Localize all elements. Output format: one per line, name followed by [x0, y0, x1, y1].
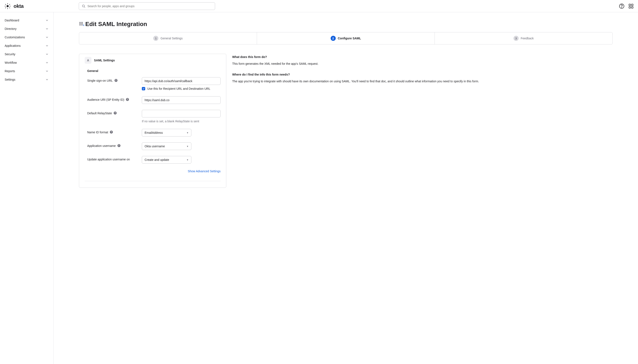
sidebar-item-label: Customizations — [5, 36, 25, 39]
svg-rect-5 — [5, 4, 6, 5]
step-number: 2 — [331, 36, 336, 41]
divider — [85, 181, 220, 181]
stepper: 1 General Settings 2 Configure SAML 3 Fe… — [79, 32, 612, 44]
sidebar-item-workflow[interactable]: Workflow — [0, 58, 53, 67]
svg-rect-2 — [8, 8, 8, 9]
chevron-down-icon — [46, 61, 49, 64]
svg-rect-23 — [80, 24, 80, 26]
chevron-down-icon — [46, 78, 49, 81]
okta-sun-icon — [4, 3, 11, 10]
svg-rect-3 — [5, 6, 6, 6]
chevron-down-icon — [46, 44, 49, 47]
relaystate-label: Default RelayState — [87, 112, 112, 115]
checkbox-label: Use this for Recipient URL and Destinati… — [147, 87, 210, 90]
select-value: Okta username — [144, 144, 165, 148]
app-grid-icon: + — [79, 22, 84, 27]
step-label: General Settings — [160, 36, 182, 40]
search-box[interactable] — [79, 2, 215, 10]
sidebar-item-applications[interactable]: Applications — [0, 42, 53, 50]
card-title: SAML Settings — [94, 58, 115, 62]
sidebar-item-directory[interactable]: Directory — [0, 24, 53, 33]
show-advanced-settings-link[interactable]: Show Advanced Settings — [188, 170, 220, 173]
svg-point-0 — [6, 5, 9, 7]
svg-rect-19 — [82, 22, 83, 23]
step-configure-saml[interactable]: 2 Configure SAML — [257, 32, 435, 44]
sso-url-input[interactable] — [142, 77, 220, 85]
sidebar-item-label: Security — [5, 52, 16, 56]
logo-text: okta — [14, 3, 24, 9]
audience-uri-label: Audience URI (SP Entity ID) — [87, 98, 124, 101]
help-answer-2: The app you're trying to integrate with … — [232, 79, 612, 84]
help-icon[interactable] — [619, 4, 624, 9]
chevron-down-icon — [46, 19, 49, 22]
select-value: EmailAddress — [144, 131, 163, 134]
app-username-select[interactable]: Okta username ▼ — [142, 142, 191, 150]
relaystate-hint: If no value is set, a blank RelayState i… — [142, 120, 220, 123]
svg-line-10 — [84, 7, 85, 8]
logo[interactable]: okta — [4, 3, 53, 10]
svg-rect-14 — [632, 4, 633, 6]
chevron-down-icon — [46, 27, 49, 30]
help-question-2: Where do I find the info this form needs… — [232, 72, 612, 77]
sidebar-item-label: Directory — [5, 27, 16, 30]
nameid-format-label: Name ID format — [87, 130, 108, 134]
svg-rect-25 — [82, 24, 83, 26]
search-input[interactable] — [88, 4, 212, 8]
sidebar-item-security[interactable]: Security — [0, 50, 53, 58]
saml-settings-card: A SAML Settings General Single sign-on U… — [79, 54, 226, 188]
help-tooltip-icon[interactable]: ? — [126, 98, 129, 101]
help-panel: What does this form do? This form genera… — [232, 54, 612, 188]
svg-rect-21 — [81, 23, 82, 24]
help-answer-1: This form generates the XML needed for t… — [232, 61, 612, 66]
svg-rect-15 — [629, 6, 630, 8]
nameid-format-select[interactable]: EmailAddress ▼ — [142, 129, 191, 136]
help-tooltip-icon[interactable]: ? — [118, 144, 120, 147]
use-recipient-checkbox[interactable] — [142, 87, 145, 90]
search-icon — [82, 4, 85, 8]
step-general-settings[interactable]: 1 General Settings — [79, 32, 257, 44]
svg-rect-22 — [82, 23, 83, 24]
chevron-down-icon — [46, 53, 49, 56]
svg-text:+: + — [83, 24, 84, 27]
svg-rect-16 — [632, 6, 633, 8]
svg-rect-6 — [9, 7, 10, 8]
sidebar-item-dashboard[interactable]: Dashboard — [0, 16, 53, 24]
sidebar-item-label: Dashboard — [5, 18, 19, 22]
svg-point-12 — [622, 7, 622, 8]
sidebar-item-customizations[interactable]: Customizations — [0, 33, 53, 42]
sso-url-label: Single sign-on URL — [87, 79, 113, 82]
svg-rect-20 — [80, 23, 80, 24]
step-label: Configure SAML — [338, 36, 361, 40]
svg-rect-7 — [9, 4, 10, 5]
step-number: 1 — [153, 36, 158, 41]
caret-down-icon: ▼ — [186, 159, 188, 161]
step-feedback[interactable]: 3 Feedback — [435, 32, 612, 44]
sidebar-item-label: Reports — [5, 70, 15, 73]
update-username-on-select[interactable]: Create and update ▼ — [142, 156, 191, 164]
step-label: Feedback — [521, 36, 534, 40]
help-question-1: What does this form do? — [232, 54, 612, 59]
topbar: okta — [0, 0, 638, 12]
help-tooltip-icon[interactable]: ? — [114, 112, 117, 114]
caret-down-icon: ▼ — [186, 132, 188, 134]
svg-point-9 — [82, 5, 84, 7]
caret-down-icon: ▼ — [186, 145, 188, 148]
step-number: 3 — [514, 36, 518, 41]
apps-grid-icon[interactable] — [628, 4, 634, 9]
svg-rect-13 — [629, 4, 630, 6]
chevron-down-icon — [46, 70, 49, 72]
sidebar-item-reports[interactable]: Reports — [0, 67, 53, 75]
app-username-label: Application username — [87, 144, 116, 148]
chevron-down-icon — [46, 36, 49, 39]
help-tooltip-icon[interactable]: ? — [114, 79, 118, 82]
audience-uri-input[interactable] — [142, 96, 220, 104]
section-heading: General — [85, 69, 220, 72]
svg-rect-1 — [8, 3, 8, 4]
card-badge: A — [85, 57, 92, 64]
sidebar-item-settings[interactable]: Settings — [0, 75, 53, 84]
svg-rect-18 — [81, 22, 82, 23]
relaystate-input[interactable] — [142, 110, 220, 118]
help-tooltip-icon[interactable]: ? — [110, 130, 113, 134]
select-value: Create and update — [144, 158, 169, 162]
page-title: Edit SAML Integration — [85, 21, 147, 28]
